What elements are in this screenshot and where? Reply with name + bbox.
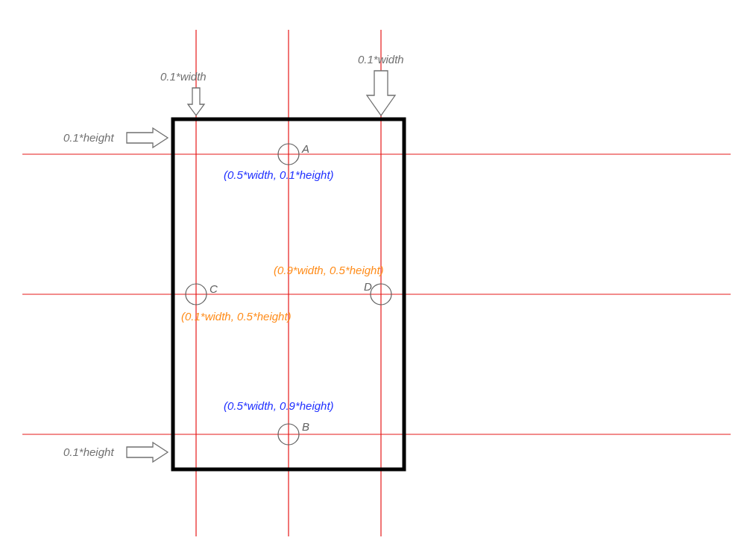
dim-arrow-top-right — [367, 71, 395, 115]
point-a-coord: (0.5*width, 0.1*height) — [224, 168, 334, 181]
dim-label-left-top: 0.1*height — [63, 131, 114, 144]
dim-label-top-right: 0.1*width — [358, 53, 404, 66]
point-b-coord: (0.5*width, 0.9*height) — [224, 399, 334, 412]
point-b-label: B — [302, 420, 309, 433]
dim-label-top-left: 0.1*width — [160, 70, 207, 83]
dim-label-left-bottom: 0.1*height — [63, 446, 114, 458]
point-c-label: C — [210, 282, 218, 295]
dim-arrow-left-bottom — [127, 443, 168, 462]
dim-arrow-left-top — [127, 128, 168, 148]
dim-arrow-top-left — [188, 88, 204, 115]
point-d-coord: (0.9*width, 0.5*height) — [274, 264, 384, 276]
point-c-coord: (0.1*width, 0.5*height) — [181, 310, 292, 323]
point-d-label: D — [364, 280, 372, 293]
point-a-label: A — [301, 142, 309, 155]
